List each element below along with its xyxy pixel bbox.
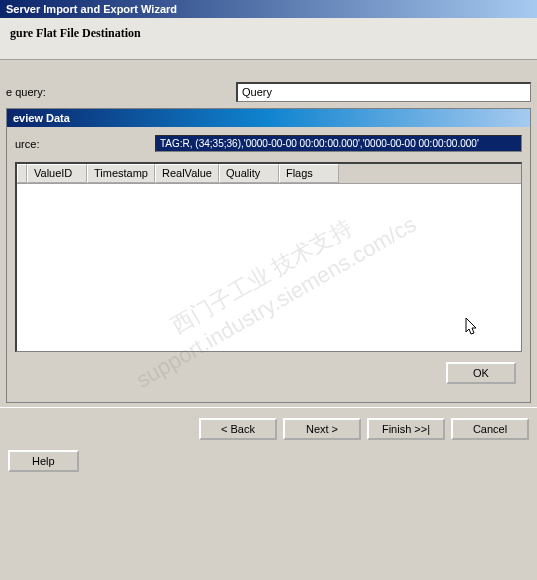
col-valueid[interactable]: ValueID (27, 164, 87, 183)
dialog-body: urce: TAG:R, (34;35;36),'0000-00-00 00:0… (7, 127, 530, 402)
preview-dialog: eview Data urce: TAG:R, (34;35;36),'0000… (6, 108, 531, 403)
query-field[interactable]: Query (236, 82, 531, 102)
next-button[interactable]: Next > (283, 418, 361, 440)
content-area: e query: Query eview Data urce: TAG:R, (… (0, 64, 537, 407)
col-realvalue[interactable]: RealValue (155, 164, 219, 183)
query-row: e query: Query (6, 82, 531, 102)
source-label: urce: (15, 138, 155, 150)
help-row: Help (0, 446, 537, 476)
dialog-button-row: OK (15, 352, 522, 394)
wizard-nav-buttons: < Back Next > Finish >>| Cancel (0, 407, 537, 446)
query-label: e query: (6, 86, 236, 98)
window-title: Server Import and Export Wizard (6, 3, 177, 15)
col-flags[interactable]: Flags (279, 164, 339, 183)
column-headers: ValueID Timestamp RealValue Quality Flag… (17, 164, 521, 184)
col-timestamp[interactable]: Timestamp (87, 164, 155, 183)
source-row: urce: TAG:R, (34;35;36),'0000-00-00 00:0… (15, 135, 522, 152)
wizard-header: gure Flat File Destination (0, 18, 537, 60)
row-header-col[interactable] (17, 164, 27, 183)
finish-button[interactable]: Finish >>| (367, 418, 445, 440)
back-button[interactable]: < Back (199, 418, 277, 440)
preview-grid[interactable]: ValueID Timestamp RealValue Quality Flag… (15, 162, 522, 352)
ok-button[interactable]: OK (446, 362, 516, 384)
dialog-title: eview Data (7, 109, 530, 127)
page-title: gure Flat File Destination (10, 26, 527, 41)
help-button[interactable]: Help (8, 450, 79, 472)
col-quality[interactable]: Quality (219, 164, 279, 183)
source-value[interactable]: TAG:R, (34;35;36),'0000-00-00 00:00:00.0… (155, 135, 522, 152)
window-title-bar: Server Import and Export Wizard (0, 0, 537, 18)
cancel-button[interactable]: Cancel (451, 418, 529, 440)
query-value: Query (242, 86, 272, 98)
